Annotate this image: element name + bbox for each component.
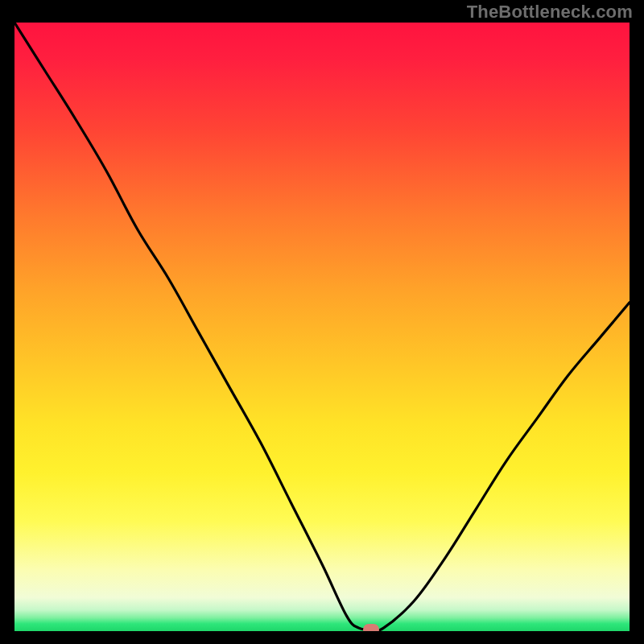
watermark-text: TheBottleneck.com — [467, 2, 633, 23]
bottleneck-curve — [14, 23, 630, 631]
chart-frame: TheBottleneck.com — [0, 0, 644, 644]
plot-area — [14, 23, 630, 631]
optimal-point-marker — [363, 624, 379, 631]
